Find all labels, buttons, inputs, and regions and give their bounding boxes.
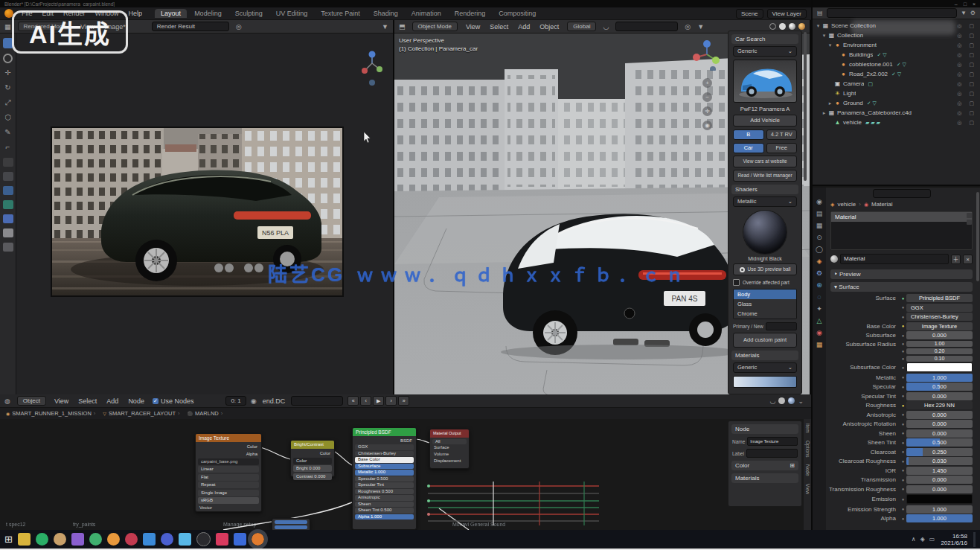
socket-dot-icon[interactable]: ● (900, 412, 906, 417)
node-principled-bsdf[interactable]: Principled BSDF BSDF GGXChristensen-Burl… (352, 427, 417, 530)
property-widget[interactable]: 0.000 (906, 485, 973, 493)
node-editor-menu-item[interactable]: Add (105, 397, 120, 405)
filter-gear-icon[interactable]: ⚙ (970, 10, 976, 16)
viewport-nav-icon[interactable]: − (702, 92, 712, 102)
outliner-row[interactable]: ▸ ● Ground ✓ ▽ ◎ ▢ (813, 98, 980, 108)
properties-tab-icon[interactable]: ⚙ (816, 269, 822, 277)
search-field[interactable] (615, 22, 678, 31)
node-row[interactable]: Specular 0.500 (355, 476, 414, 482)
viewlayer-selector[interactable]: View Layer (767, 9, 807, 19)
camera-icon[interactable]: ◉ (251, 397, 257, 405)
tool-extra-7-icon[interactable] (3, 243, 13, 252)
shading-rendered-icon[interactable] (798, 23, 805, 30)
taskbar-app-icon[interactable] (179, 533, 191, 546)
surface-section-header[interactable]: ▾ Surface (830, 282, 973, 292)
node-output-socket[interactable]: Color (196, 442, 261, 450)
taskbar-app-icon[interactable] (252, 533, 264, 546)
node-dropdown[interactable]: Linear (198, 466, 259, 473)
tray-icon[interactable]: ∧ (912, 536, 916, 543)
overlay-sphere-2-icon[interactable] (788, 397, 795, 404)
node-section-header[interactable]: Node (731, 424, 798, 434)
node-row[interactable]: Anisotropic (355, 495, 414, 501)
node-output-socket[interactable]: Alpha (196, 450, 261, 457)
outliner-item-label[interactable]: Light (842, 90, 856, 97)
material-property-row[interactable]: Anisotropic Rotation ● 0.000 (826, 420, 973, 428)
colorspace-row[interactable]: sRGB (198, 497, 259, 504)
visibility-toggle-icons[interactable]: ◎ ▢ (957, 110, 980, 116)
property-widget[interactable]: 0.000 (906, 411, 973, 419)
viewport-nav-icon[interactable]: + (702, 78, 712, 88)
tool-measure-icon[interactable]: ⌐ (3, 143, 13, 153)
properties-tab-icon[interactable]: ▦ (816, 341, 823, 348)
filter-icon[interactable]: ▼ (382, 23, 388, 31)
outliner-row[interactable]: ▾ ● Environment ◎ ▢ (813, 40, 980, 50)
visibility-toggle-icons[interactable]: ◎ ▢ (957, 81, 980, 87)
tool-annotate-icon[interactable]: ✎ (3, 128, 13, 138)
viewport-menu-item[interactable]: Object (538, 23, 560, 31)
properties-tab-icon[interactable]: ▦ (816, 222, 823, 229)
window-control-button[interactable]: □ (964, 1, 967, 7)
node-row[interactable]: Sheen Tint 0.500 (355, 508, 414, 514)
window-control-button[interactable]: × (973, 1, 976, 7)
socket-dot-icon[interactable]: ● (900, 324, 906, 328)
workspace-tab[interactable]: Modeling (188, 9, 228, 18)
image-datablock-selector[interactable]: Render Result (152, 22, 229, 31)
material-property-row[interactable]: Transmission ● 0.000 (826, 476, 973, 484)
socket-dot-icon[interactable]: ● (900, 497, 906, 502)
socket-dot-icon[interactable]: ● (900, 375, 906, 380)
outliner-item-label[interactable]: Environment (842, 42, 877, 48)
material-property-row[interactable]: ● 0.20 (826, 348, 973, 354)
property-widget[interactable]: Principled BSDF (906, 294, 973, 302)
visibility-toggle-icons[interactable]: ◎ ▢ (957, 91, 980, 97)
taskbar-app-icon[interactable] (125, 533, 138, 546)
material-property-row[interactable]: Anisotropic ● 0.000 (826, 411, 973, 419)
node-row[interactable]: GGX (355, 444, 414, 450)
proportional-edit-icon[interactable]: ◎ (685, 23, 691, 31)
workspace-tab[interactable]: Layout (155, 9, 187, 18)
editor-type-icon[interactable]: ▦ (4, 23, 11, 31)
outliner-row[interactable]: ▲ vehicle ▰ ▰ ▰ ◎ ▢ (813, 118, 980, 127)
properties-tab-icon[interactable]: ◌ (817, 293, 821, 301)
pair-button-right[interactable]: 4.2 T RV (766, 129, 798, 140)
overlay-sphere-1-icon[interactable] (778, 397, 785, 404)
material-property-row[interactable]: Emission ● (826, 494, 973, 504)
color-section-header[interactable]: Color⊞ (731, 461, 798, 470)
properties-tab-icon[interactable]: ◈ (817, 258, 822, 265)
socket-dot-icon[interactable]: ● (900, 342, 906, 346)
material-property-row[interactable]: Alpha ● 1.000 (826, 514, 973, 522)
property-widget[interactable] (906, 494, 973, 504)
materials-section-header[interactable]: Materials (731, 351, 798, 360)
outliner-row[interactable]: ● Road_2x2.002 ✓ ▽ ◎ ▢ (813, 69, 980, 79)
tool-extra-1-icon[interactable] (3, 158, 13, 167)
breadcrumb-object[interactable]: vehicle (837, 201, 856, 208)
visibility-toggle-icons[interactable]: ◎ ▢ (957, 100, 980, 106)
taskbar-app-icon[interactable] (234, 533, 246, 546)
material-property-row[interactable]: Clearcoat Roughness ● 0.030 (826, 457, 973, 465)
playback-button[interactable]: » (398, 396, 409, 406)
shading-solid-icon[interactable] (779, 23, 786, 30)
taskbar-app-icon[interactable] (196, 532, 211, 546)
property-widget[interactable]: 0.000 (906, 331, 973, 339)
properties-tab-icon[interactable]: ◉ (816, 198, 822, 205)
material-slot-row[interactable]: Material (831, 212, 972, 222)
property-widget[interactable]: Image Texture (906, 322, 973, 330)
socket-dot-icon[interactable]: ● (900, 450, 906, 454)
property-widget[interactable]: 0.10 (906, 356, 973, 362)
tray-icon[interactable]: ▭ (929, 536, 935, 543)
node-row[interactable]: Alpha 1.000 (355, 514, 414, 520)
socket-dot-icon[interactable]: ● (900, 459, 906, 464)
material-property-row[interactable]: ● GGX (826, 304, 973, 312)
node-row[interactable]: Christensen-Burley (355, 451, 414, 457)
shader-preset-dropdown[interactable]: Metallic⌄ (733, 196, 797, 207)
outliner-item-label[interactable]: Ground (842, 100, 863, 106)
node-editor-menu-item[interactable]: View (53, 397, 70, 405)
taskbar-app-icon[interactable] (143, 533, 156, 546)
socket-dot-icon[interactable]: ● (900, 441, 906, 445)
car-search-section-header[interactable]: Car Search (731, 34, 798, 44)
node-title[interactable]: Image Texture (196, 434, 261, 442)
socket-dot-icon[interactable]: ● (900, 431, 906, 435)
node-row[interactable]: Roughness 0.500 (355, 489, 414, 495)
tool-scale-icon[interactable]: ⤢ (3, 98, 13, 108)
property-widget[interactable]: 1.000 (906, 374, 973, 382)
property-widget[interactable]: 0.000 (906, 476, 973, 484)
